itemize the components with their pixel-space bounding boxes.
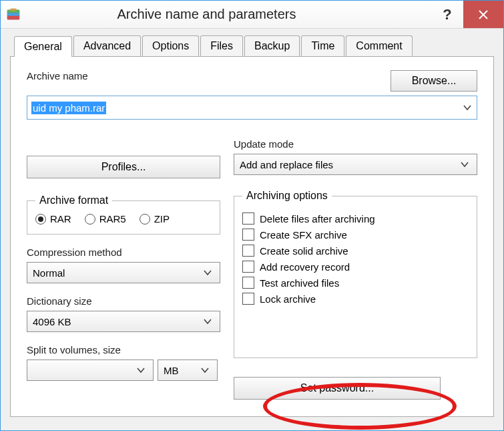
check-delete-files-label: Delete files after archiving <box>260 213 375 225</box>
radio-zip-label: ZIP <box>154 213 170 225</box>
tab-backup[interactable]: Backup <box>244 35 300 56</box>
winrar-icon <box>6 7 21 22</box>
archive-name-input[interactable]: uid my pham.rar <box>27 102 458 114</box>
radio-zip[interactable]: ZIP <box>140 213 170 225</box>
check-recovery[interactable]: Add recovery record <box>242 261 469 273</box>
checkbox-icon <box>242 245 254 257</box>
split-unit-combo[interactable]: MB <box>158 360 218 381</box>
archive-name-label: Archive name <box>27 70 380 82</box>
svg-rect-3 <box>7 15 19 19</box>
compression-label: Compression method <box>27 247 220 258</box>
check-test[interactable]: Test archived files <box>242 277 469 289</box>
split-unit-value: MB <box>164 365 179 376</box>
checkbox-icon <box>242 277 254 289</box>
check-solid[interactable]: Create solid archive <box>242 245 469 257</box>
update-mode-label: Update mode <box>234 138 477 150</box>
radio-rar[interactable]: RAR <box>35 213 71 225</box>
chevron-down-icon <box>458 160 471 168</box>
checkbox-icon <box>242 261 254 273</box>
chevron-down-icon <box>201 269 214 277</box>
radio-dot-icon <box>140 214 150 225</box>
check-recovery-label: Add recovery record <box>260 261 350 273</box>
profiles-button[interactable]: Profiles... <box>27 156 220 178</box>
archive-name-combo[interactable]: uid my pham.rar <box>27 96 477 120</box>
split-size-combo[interactable] <box>27 360 154 381</box>
check-solid-label: Create solid archive <box>260 245 348 257</box>
close-button[interactable] <box>463 1 503 28</box>
archiving-options-label: Archiving options <box>242 190 332 202</box>
help-button[interactable]: ? <box>431 1 463 28</box>
dialog-window: Archive name and parameters ? General Ad… <box>0 0 504 431</box>
check-sfx-label: Create SFX archive <box>260 229 347 241</box>
svg-rect-4 <box>10 8 16 11</box>
radio-dot-icon <box>85 214 95 225</box>
compression-select[interactable]: Normal <box>27 262 220 283</box>
archive-format-label: Archive format <box>35 194 112 206</box>
checkbox-icon <box>242 293 254 305</box>
check-lock[interactable]: Lock archive <box>242 293 469 305</box>
checkbox-icon <box>242 229 254 241</box>
checkbox-icon <box>242 212 254 225</box>
update-mode-value: Add and replace files <box>240 159 333 170</box>
check-lock-label: Lock archive <box>260 293 316 305</box>
tabpage-general: Archive name Browse... uid my pham.rar P… <box>10 56 494 417</box>
browse-button[interactable]: Browse... <box>391 70 477 92</box>
right-column: Update mode Add and replace files Archiv… <box>234 138 477 400</box>
tab-comment[interactable]: Comment <box>346 35 412 56</box>
radio-rar5-label: RAR5 <box>99 213 126 225</box>
chevron-down-icon <box>201 317 214 325</box>
check-test-label: Test archived files <box>260 277 339 289</box>
set-password-button[interactable]: Set password... <box>234 377 441 400</box>
chevron-down-icon <box>134 366 148 374</box>
tab-files[interactable]: Files <box>200 35 243 56</box>
archiving-options-group: Archiving options Delete files after arc… <box>234 190 477 358</box>
tab-options[interactable]: Options <box>142 35 199 56</box>
tab-time[interactable]: Time <box>301 35 344 56</box>
left-column: Profiles... Archive format RAR RAR5 <box>27 138 220 400</box>
chevron-down-icon[interactable] <box>458 104 477 112</box>
update-mode-select[interactable]: Add and replace files <box>234 154 477 175</box>
tab-general[interactable]: General <box>14 36 72 57</box>
client-area: General Advanced Options Files Backup Ti… <box>1 29 503 430</box>
tabstrip: General Advanced Options Files Backup Ti… <box>14 35 494 56</box>
dictionary-value: 4096 KB <box>33 316 71 327</box>
check-delete-files[interactable]: Delete files after archiving <box>242 212 469 225</box>
tab-advanced[interactable]: Advanced <box>73 35 141 56</box>
radio-rar-label: RAR <box>50 213 71 225</box>
dictionary-select[interactable]: 4096 KB <box>27 311 220 332</box>
archive-format-group: Archive format RAR RAR5 <box>27 194 220 235</box>
close-icon <box>478 9 489 20</box>
window-title: Archive name and parameters <box>29 7 431 22</box>
svg-rect-2 <box>7 13 19 16</box>
chevron-down-icon <box>198 366 212 374</box>
check-sfx[interactable]: Create SFX archive <box>242 229 469 241</box>
title-controls: ? <box>431 1 503 28</box>
titlebar: Archive name and parameters ? <box>1 1 503 29</box>
dictionary-label: Dictionary size <box>27 295 220 307</box>
radio-dot-icon <box>35 214 46 225</box>
compression-value: Normal <box>33 267 65 279</box>
radio-rar5[interactable]: RAR5 <box>85 213 126 225</box>
archive-name-value: uid my pham.rar <box>31 102 106 114</box>
split-label: Split to volumes, size <box>27 344 220 355</box>
